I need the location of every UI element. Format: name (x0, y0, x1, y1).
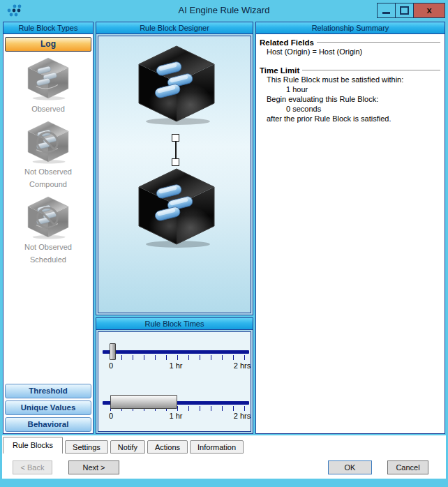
related-fields-title: Related Fields (260, 38, 314, 47)
maximize-icon (400, 6, 409, 15)
related-fields-group-title: Related Fields (260, 38, 441, 47)
tick-label: 0 (106, 361, 116, 370)
tab-notify[interactable]: Notify (110, 440, 145, 454)
time-limit-group-title: Time Limit (260, 66, 441, 75)
group-divider-line (317, 42, 440, 45)
time-limit-slider-thumb[interactable] (110, 343, 116, 360)
close-icon: x (426, 3, 431, 18)
type-item-label: Observed (3, 105, 93, 114)
rule-block-cube-2[interactable] (135, 166, 218, 248)
designer-canvas[interactable] (98, 36, 251, 313)
type-item-label: Scheduled (3, 255, 93, 264)
log-type-button[interactable]: Log (5, 37, 91, 52)
spacer (260, 57, 441, 65)
tick-label: 2 hrs (228, 412, 256, 420)
time-limit-line: after the prior Rule Block is satisfied. (260, 114, 441, 123)
type-item-not-observed-scheduled[interactable]: Not Observed Scheduled (3, 195, 93, 264)
back-button[interactable]: < Back (13, 460, 52, 474)
tick-label: 1 hr (162, 361, 190, 370)
group-divider-line (302, 70, 440, 73)
evaluation-slider-range-bar[interactable] (110, 395, 177, 409)
tick-label: 2 hrs (228, 361, 256, 370)
time-limit-slider-ticks (110, 355, 245, 360)
rule-block-designer-panel: Rule Block Designer (96, 22, 253, 315)
tick-label: 0 (106, 412, 116, 420)
time-limit-line: This Rule Block must be satisfied within… (260, 75, 441, 84)
minimize-icon (382, 12, 390, 14)
maximize-button[interactable] (395, 3, 414, 18)
connector-handle-top[interactable] (172, 134, 179, 142)
category-behavioral-button[interactable]: Behavioral (5, 417, 91, 432)
type-item-label: Not Observed (3, 167, 93, 177)
time-limit-slider-track[interactable] (103, 350, 249, 354)
type-item-not-observed-compound[interactable]: Not Observed Compound (3, 120, 93, 189)
time-limit-value: 0 seconds (260, 105, 441, 114)
type-item-observed[interactable]: Observed (3, 57, 93, 114)
related-fields-value: Host (Origin) = Host (Origin) (260, 47, 441, 57)
rule-block-times-header: Rule Block Times (96, 318, 253, 330)
tab-actions[interactable]: Actions (147, 440, 188, 454)
relationship-summary-header: Relationship Summary (256, 22, 445, 34)
category-unique-values-button[interactable]: Unique Values (5, 400, 91, 415)
type-item-label: Not Observed (3, 243, 93, 252)
tab-information[interactable]: Information (190, 440, 244, 454)
titlebar[interactable]: AI Engine Rule Wizard x (0, 0, 448, 21)
rule-block-cube-1[interactable] (135, 43, 218, 126)
rule-block-times-panel: Rule Block Times 0 1 hr 2 hrs 0 1 hr 2 h… (96, 317, 253, 434)
time-limit-value: 1 hour (260, 85, 441, 94)
relationship-summary-panel: Relationship Summary Related Fields Host… (255, 22, 445, 434)
time-limit-line: Begin evaluating this Rule Block: (260, 95, 441, 104)
rule-block-types-header: Rule Block Types (3, 22, 93, 34)
type-item-label: Compound (3, 180, 93, 189)
not-observed-scheduled-cube-icon (26, 195, 70, 239)
rule-block-designer-header: Rule Block Designer (96, 22, 253, 34)
not-observed-compound-cube-icon (26, 120, 70, 164)
next-button[interactable]: Next > (68, 460, 119, 474)
window-controls: x (378, 3, 445, 18)
tab-settings[interactable]: Settings (65, 440, 108, 454)
observed-cube-icon (26, 57, 70, 100)
cancel-button[interactable]: Cancel (387, 460, 428, 474)
rule-block-types-panel: Rule Block Types Log Observed Not Observ… (3, 22, 94, 434)
type-category-buttons: Threshold Unique Values Behavioral (5, 382, 91, 432)
bottom-bar: Rule Blocks Settings Notify Actions Info… (2, 435, 446, 479)
rule-block-times-area: 0 1 hr 2 hrs 0 1 hr 2 hrs (98, 331, 251, 432)
minimize-button[interactable] (377, 3, 396, 18)
time-limit-title: Time Limit (260, 66, 299, 75)
tab-rule-blocks[interactable]: Rule Blocks (3, 437, 63, 454)
ai-engine-rule-wizard-window: AI Engine Rule Wizard x Rule Block Types… (0, 0, 448, 487)
close-button[interactable]: x (413, 3, 445, 18)
category-threshold-button[interactable]: Threshold (5, 384, 91, 398)
relationship-summary-body: Related Fields Host (Origin) = Host (Ori… (256, 34, 445, 126)
tick-label: 1 hr (162, 412, 190, 420)
connector-handle-bottom[interactable] (172, 158, 179, 166)
ok-button[interactable]: OK (328, 460, 372, 474)
wizard-tabs: Rule Blocks Settings Notify Actions Info… (3, 437, 246, 454)
